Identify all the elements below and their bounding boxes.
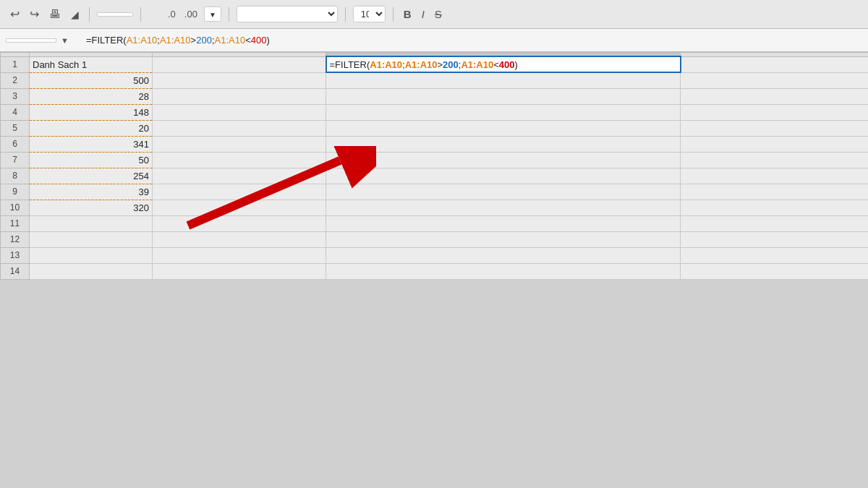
cell-a4[interactable]: 148: [30, 104, 153, 120]
formula-range3: A1:A10: [215, 35, 246, 46]
print-icon: 🖶: [49, 8, 61, 21]
strikethrough-button[interactable]: S: [432, 7, 445, 22]
cell-a9[interactable]: 39: [30, 184, 153, 200]
formula-lt: <: [245, 35, 251, 46]
fc-r3: A1:A10: [461, 59, 493, 70]
cell-a12[interactable]: [30, 231, 153, 247]
italic-button[interactable]: I: [419, 7, 427, 22]
table-row: 939: [1, 184, 869, 200]
cell-a13[interactable]: [30, 247, 153, 263]
cell-a7[interactable]: 50: [30, 152, 153, 168]
cell-a10[interactable]: 320: [30, 200, 153, 215]
cell-a14[interactable]: [30, 263, 153, 279]
formula-val1: 200: [196, 35, 212, 46]
print-button[interactable]: 🖶: [46, 7, 64, 22]
cell-d14[interactable]: [681, 263, 869, 279]
cell-b12[interactable]: [153, 231, 326, 247]
separator-2: [140, 7, 141, 22]
cell-c7[interactable]: [326, 152, 681, 168]
cell-c12[interactable]: [326, 231, 681, 247]
cell-c13[interactable]: [326, 247, 681, 263]
cell-b13[interactable]: [153, 247, 326, 263]
zoom-level[interactable]: [97, 12, 133, 17]
cell-c5[interactable]: [326, 120, 681, 136]
decimal-decrease-button[interactable]: .0: [166, 8, 178, 20]
row-number-8: 8: [1, 168, 30, 184]
cell-d4[interactable]: [681, 104, 869, 120]
row-number-10: 10: [1, 200, 30, 215]
cell-d1[interactable]: [681, 56, 869, 72]
cell-d7[interactable]: [681, 152, 869, 168]
cell-a2[interactable]: 500: [30, 72, 153, 88]
paint-format-icon: ◢: [71, 9, 79, 20]
cell-c4[interactable]: [326, 104, 681, 120]
fc-v1: 200: [443, 59, 459, 70]
fc-equals: =: [330, 59, 336, 70]
cell-a11[interactable]: [30, 215, 153, 231]
paint-format-button[interactable]: ◢: [68, 7, 82, 22]
cell-d13[interactable]: [681, 247, 869, 263]
cell-b14[interactable]: [153, 263, 326, 279]
cell-b1[interactable]: [153, 56, 326, 72]
cell-a8[interactable]: 254: [30, 168, 153, 184]
cell-d5[interactable]: [681, 120, 869, 136]
cell-b5[interactable]: [153, 120, 326, 136]
spreadsheet: 1Danh Sach 1=FILTER(A1:A10;A1:A10>200;A1…: [0, 52, 868, 488]
cell-c3[interactable]: [326, 88, 681, 104]
formula-input[interactable]: =FILTER(A1:A10;A1:A10>200;A1:A10<400): [86, 35, 862, 46]
percent-button[interactable]: [157, 14, 161, 15]
row-number-9: 9: [1, 184, 30, 200]
separator-5: [393, 7, 393, 22]
redo-button[interactable]: ↪: [27, 6, 42, 22]
cell-d9[interactable]: [681, 184, 869, 200]
toolbar: ↩ ↪ 🖶 ◢ .0 .00 ▼ 10 B I S: [0, 0, 868, 29]
spreadsheet-container: 1Danh Sach 1=FILTER(A1:A10;A1:A10>200;A1…: [0, 52, 868, 488]
cell-ref-dropdown-icon[interactable]: ▼: [61, 36, 69, 45]
undo-button[interactable]: ↩: [7, 6, 22, 22]
cell-d12[interactable]: [681, 231, 869, 247]
font-name-select[interactable]: [237, 6, 338, 22]
cell-b8[interactable]: [153, 168, 326, 184]
cell-c6[interactable]: [326, 136, 681, 152]
cell-b6[interactable]: [153, 136, 326, 152]
cell-c9[interactable]: [326, 184, 681, 200]
cell-c8[interactable]: [326, 168, 681, 184]
cell-a6[interactable]: 341: [30, 136, 153, 152]
cell-b10[interactable]: [153, 200, 326, 215]
cell-reference-box[interactable]: [6, 38, 56, 43]
cell-a1[interactable]: Danh Sach 1: [30, 56, 153, 72]
row-number-11: 11: [1, 215, 30, 231]
fc-l: <: [493, 59, 499, 70]
cell-c11[interactable]: [326, 215, 681, 231]
cell-b9[interactable]: [153, 184, 326, 200]
bold-button[interactable]: B: [401, 7, 414, 22]
decimal-increase-button[interactable]: .00: [182, 8, 200, 20]
table-row: 13: [1, 247, 869, 263]
table-row: 2500: [1, 72, 869, 88]
cell-d11[interactable]: [681, 215, 869, 231]
number-format-button[interactable]: ▼: [204, 7, 221, 22]
cell-d3[interactable]: [681, 88, 869, 104]
table-row: 1Danh Sach 1=FILTER(A1:A10;A1:A10>200;A1…: [1, 56, 869, 72]
fc-g: >: [437, 59, 443, 70]
cell-d8[interactable]: [681, 168, 869, 184]
cell-b4[interactable]: [153, 104, 326, 120]
cell-c14[interactable]: [326, 263, 681, 279]
font-size-select[interactable]: 10: [353, 6, 386, 22]
cell-b7[interactable]: [153, 152, 326, 168]
row-number-13: 13: [1, 247, 30, 263]
cell-c2[interactable]: [326, 72, 681, 88]
cell-c1[interactable]: =FILTER(A1:A10;A1:A10>200;A1:A10<400): [326, 56, 681, 72]
cell-b3[interactable]: [153, 88, 326, 104]
table-row: 4148: [1, 104, 869, 120]
cell-c10[interactable]: [326, 200, 681, 215]
cell-d2[interactable]: [681, 72, 869, 88]
cell-d10[interactable]: [681, 200, 869, 215]
separator-4: [345, 7, 346, 22]
cell-b2[interactable]: [153, 72, 326, 88]
formula-func: FILTER: [91, 35, 123, 46]
cell-d6[interactable]: [681, 136, 869, 152]
cell-b11[interactable]: [153, 215, 326, 231]
cell-a5[interactable]: 20: [30, 120, 153, 136]
cell-a3[interactable]: 28: [30, 88, 153, 104]
